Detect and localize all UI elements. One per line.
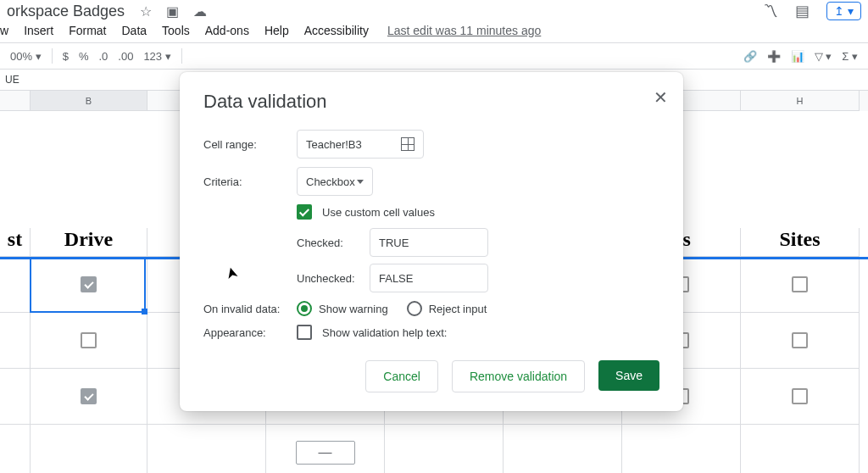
- cancel-button[interactable]: Cancel: [365, 360, 438, 392]
- checked-value-input[interactable]: TRUE: [370, 228, 488, 257]
- use-custom-values-checkbox[interactable]: [297, 204, 312, 220]
- cell-range-value: Teacher!B3: [306, 138, 362, 151]
- invalid-data-label: On invalid data:: [203, 303, 297, 315]
- show-warning-radio[interactable]: [297, 301, 312, 316]
- help-text-checkbox[interactable]: [297, 325, 312, 340]
- select-range-icon[interactable]: [401, 137, 415, 151]
- reject-input-label: Reject input: [429, 303, 487, 315]
- save-button[interactable]: Save: [598, 360, 659, 391]
- appearance-label: Appearance:: [203, 326, 297, 339]
- reject-input-radio[interactable]: [407, 301, 422, 316]
- help-text-label: Show validation help text:: [322, 326, 447, 339]
- data-validation-dialog: ✕ Data validation Cell range: Teacher!B3…: [180, 72, 683, 411]
- unchecked-value-input[interactable]: FALSE: [370, 264, 488, 292]
- chevron-down-icon: [357, 180, 364, 184]
- show-warning-label: Show warning: [319, 303, 388, 315]
- remove-validation-button[interactable]: Remove validation: [452, 360, 585, 392]
- checked-label: Checked:: [297, 236, 370, 249]
- cell-range-label: Cell range:: [203, 138, 297, 151]
- close-icon[interactable]: ✕: [654, 87, 668, 108]
- criteria-value: Checkbox: [306, 175, 355, 188]
- dialog-title: Data validation: [203, 91, 659, 113]
- criteria-label: Criteria:: [203, 175, 297, 188]
- unchecked-label: Unchecked:: [297, 272, 370, 285]
- cell-range-input[interactable]: Teacher!B3: [297, 130, 424, 159]
- criteria-dropdown[interactable]: Checkbox: [297, 167, 373, 196]
- use-custom-values-label: Use custom cell values: [322, 206, 435, 219]
